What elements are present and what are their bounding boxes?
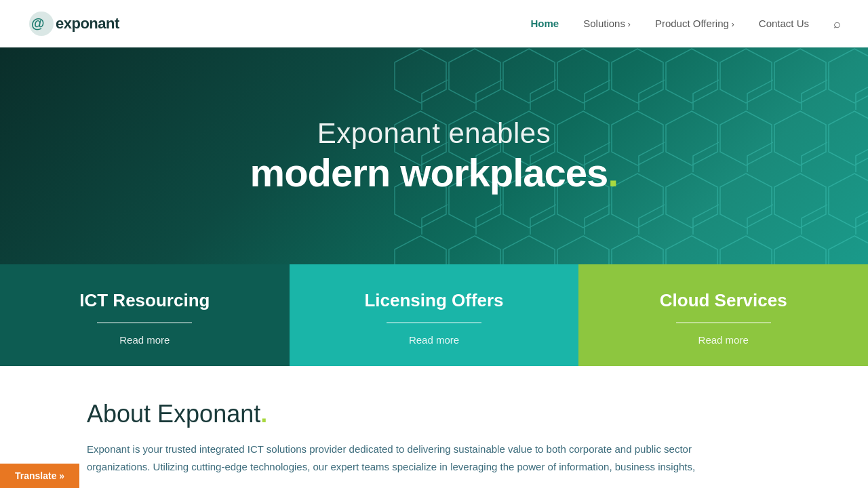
card-licensing-divider [387,322,481,323]
nav-link-home[interactable]: Home [531,18,559,29]
nav-item-home[interactable]: Home [531,18,559,30]
logo-text: exponant [56,15,119,33]
card-ict-title: ICT Resourcing [79,290,210,311]
nav-links: Home Solutions Product Offering Contact … [531,17,841,31]
translate-button[interactable]: Translate » [0,464,79,488]
svg-text:@: @ [31,16,45,30]
hero-line2: modern workplaces. [250,150,618,195]
card-licensing-read-more[interactable]: Read more [409,334,459,346]
card-cloud-title: Cloud Services [660,290,787,311]
navbar: @ exponant Home Solutions Product Offeri… [0,0,868,47]
nav-item-product-offering[interactable]: Product Offering [655,18,734,30]
hero-text: Exponant enables modern workplaces. [250,117,618,195]
card-ict-resourcing: ICT Resourcing Read more [0,264,290,366]
card-cloud-services: Cloud Services Read more [578,264,868,366]
nav-link-product-offering[interactable]: Product Offering [655,18,734,29]
card-ict-divider [97,322,192,323]
hero-line1: Exponant enables [250,117,618,150]
logo-icon: @ [27,9,56,38]
about-body: Exponant is your trusted integrated ICT … [87,441,738,475]
card-licensing-offers: Licensing Offers Read more [290,264,579,366]
search-icon: ⌕ [833,17,841,30]
nav-item-solutions[interactable]: Solutions [583,18,631,30]
cards-row: ICT Resourcing Read more Licensing Offer… [0,264,868,366]
about-title: About Exponant. [87,400,781,428]
hero-section: Exponant enables modern workplaces. [0,47,868,264]
card-cloud-divider [676,322,771,323]
card-licensing-title: Licensing Offers [364,290,503,311]
card-cloud-read-more[interactable]: Read more [698,334,749,346]
logo[interactable]: @ exponant [27,9,119,38]
card-ict-read-more[interactable]: Read more [119,334,170,346]
nav-link-contact[interactable]: Contact Us [759,18,809,29]
nav-link-solutions[interactable]: Solutions [583,18,631,29]
search-button[interactable]: ⌕ [833,17,841,31]
nav-search[interactable]: ⌕ [833,17,841,31]
nav-item-contact[interactable]: Contact Us [759,18,809,30]
about-section: About Exponant. Exponant is your trusted… [0,366,868,488]
